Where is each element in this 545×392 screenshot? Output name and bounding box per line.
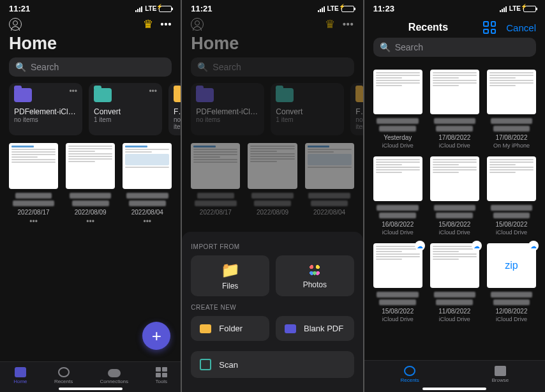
tab-browse[interactable]: Browse bbox=[491, 366, 509, 383]
screen-home-with-sheet: 11:21 LTE ⚡ ♛ ••• Home 🔍 Search PDFeleme… bbox=[182, 0, 362, 392]
file-item[interactable]: 16/08/2022iCloud Drive bbox=[373, 156, 422, 236]
doc-thumbnail bbox=[248, 143, 297, 189]
tab-recents[interactable]: Recents bbox=[54, 367, 73, 384]
more-icon: ••• bbox=[343, 19, 354, 29]
status-time: 11:21 bbox=[9, 4, 30, 13]
network-label: LTE bbox=[509, 5, 521, 12]
status-time: 11:21 bbox=[191, 4, 212, 13]
file-grid: YesterdayiCloud Drive17/08/2022iCloud Dr… bbox=[364, 63, 545, 329]
folder-convert[interactable]: ••• Convert 1 item bbox=[89, 83, 162, 135]
folder-subtitle: no items bbox=[355, 116, 362, 130]
folder-more-icon[interactable]: ••• bbox=[69, 87, 77, 96]
tab-label: Browse bbox=[491, 377, 509, 383]
folder-subtitle: 1 item bbox=[94, 116, 157, 123]
file-title-blurred bbox=[377, 292, 419, 298]
file-item[interactable]: 15/08/2022iCloud Drive bbox=[487, 156, 536, 236]
import-photos-button[interactable]: Photos bbox=[276, 255, 354, 296]
doc-item[interactable]: 2022/08/17 ••• bbox=[9, 143, 58, 226]
file-date: 15/08/2022 bbox=[487, 221, 536, 228]
file-item[interactable]: 17/08/2022On My iPhone bbox=[487, 70, 536, 149]
profile-icon[interactable] bbox=[9, 18, 22, 31]
file-item[interactable]: zip☁12/08/2022iCloud Drive bbox=[487, 243, 536, 322]
file-item[interactable]: YesterdayiCloud Drive bbox=[373, 70, 422, 149]
search-icon: 🔍 bbox=[15, 62, 26, 72]
folder-pdfelement[interactable]: ••• PDFelement-iCloud no items bbox=[9, 83, 82, 135]
signal-icon bbox=[318, 6, 325, 12]
file-date: 15/08/2022 bbox=[373, 308, 422, 315]
scan-button[interactable]: Scan bbox=[191, 351, 354, 378]
file-location: iCloud Drive bbox=[487, 229, 536, 236]
folder-icon bbox=[200, 324, 211, 333]
more-icon[interactable]: ••• bbox=[161, 19, 172, 29]
folder-name: PDFelement-iCloud bbox=[14, 107, 77, 116]
recent-docs: 2022/08/17 ••• 2022/08/09 ••• 2022/08/04… bbox=[0, 135, 181, 226]
file-title-blurred bbox=[377, 118, 419, 124]
import-files-button[interactable]: 📁 Files bbox=[191, 255, 269, 296]
doc-item: 2022/08/17 bbox=[191, 143, 240, 216]
file-title-blurred bbox=[379, 299, 416, 305]
tab-recents[interactable]: Recents bbox=[400, 366, 419, 383]
file-item[interactable]: 17/08/2022iCloud Drive bbox=[430, 70, 479, 149]
folder-icon bbox=[94, 88, 112, 102]
search-input[interactable]: 🔍 Search bbox=[9, 57, 172, 77]
crown-icon[interactable]: ♛ bbox=[143, 17, 153, 31]
file-item[interactable]: 15/08/2022iCloud Drive bbox=[430, 156, 479, 236]
zip-thumbnail: zip bbox=[487, 243, 536, 288]
doc-more-icon[interactable]: ••• bbox=[9, 217, 58, 226]
file-title-blurred bbox=[434, 292, 476, 298]
search-placeholder: Search bbox=[31, 62, 59, 72]
signal-icon bbox=[500, 6, 507, 12]
add-button[interactable]: + bbox=[142, 322, 170, 350]
clock-icon bbox=[404, 366, 415, 376]
doc-date: 2022/08/04 bbox=[305, 209, 354, 216]
tab-home[interactable]: Home bbox=[13, 367, 27, 384]
doc-thumbnail bbox=[430, 156, 479, 201]
battery-icon: ⚡ bbox=[159, 6, 172, 12]
picker-header: Recents Cancel bbox=[364, 15, 545, 38]
doc-date: 2022/08/09 bbox=[66, 209, 115, 216]
search-input: 🔍 Search bbox=[191, 57, 354, 77]
doc-more-icon[interactable]: ••• bbox=[66, 217, 115, 226]
doc-title-blurred bbox=[126, 193, 168, 199]
doc-more-icon[interactable]: ••• bbox=[123, 217, 172, 226]
file-location: iCloud Drive bbox=[373, 142, 422, 149]
doc-title-blurred bbox=[308, 193, 350, 199]
tab-connections[interactable]: Connections bbox=[100, 367, 128, 384]
file-title-blurred bbox=[436, 299, 473, 305]
file-date: 17/08/2022 bbox=[487, 134, 536, 141]
button-label: Scan bbox=[219, 360, 238, 370]
tab-tools[interactable]: Tools bbox=[155, 367, 167, 384]
file-item[interactable]: ☁15/08/2022iCloud Drive bbox=[373, 243, 422, 322]
file-location: iCloud Drive bbox=[430, 142, 479, 149]
screen-file-picker: 11:23 LTE ⚡ Recents Cancel 🔍 Search Yest… bbox=[364, 0, 545, 392]
doc-title-blurred bbox=[72, 200, 109, 206]
doc-item[interactable]: 2022/08/04 ••• bbox=[123, 143, 172, 226]
clock-icon bbox=[58, 367, 70, 377]
doc-thumbnail bbox=[305, 143, 354, 189]
picker-title: Recents bbox=[408, 22, 448, 33]
search-placeholder: Search bbox=[395, 42, 423, 52]
file-item[interactable]: ☁11/08/2022iCloud Drive bbox=[430, 243, 479, 322]
cancel-button[interactable]: Cancel bbox=[506, 22, 536, 33]
folder-subtitle: 1 item bbox=[276, 116, 339, 123]
status-bar: 11:23 LTE ⚡ bbox=[364, 0, 545, 15]
search-input[interactable]: 🔍 Search bbox=[373, 38, 536, 57]
tab-label: Connections bbox=[100, 379, 128, 384]
tab-label: Tools bbox=[155, 379, 167, 384]
create-blank-pdf-button[interactable]: Blank PDF bbox=[276, 316, 354, 341]
grid-view-icon[interactable] bbox=[483, 21, 496, 34]
doc-item: 2022/08/04 bbox=[305, 143, 354, 216]
folders-row: PDFelement-iCloud no items Convert 1 ite… bbox=[182, 83, 362, 135]
scan-icon bbox=[200, 359, 211, 370]
doc-thumbnail bbox=[9, 143, 58, 189]
file-title-blurred bbox=[379, 213, 416, 218]
cloud-badge-icon: ☁ bbox=[472, 241, 482, 251]
doc-item[interactable]: 2022/08/09 ••• bbox=[66, 143, 115, 226]
create-folder-button[interactable]: Folder bbox=[191, 316, 269, 341]
file-date: 11/08/2022 bbox=[430, 308, 479, 315]
file-title-blurred bbox=[377, 205, 419, 211]
folder-favorites[interactable]: Favorit no items bbox=[168, 83, 181, 135]
folder-more-icon[interactable]: ••• bbox=[149, 87, 157, 96]
doc-thumbnail bbox=[430, 70, 479, 114]
folder-pdfelement: PDFelement-iCloud no items bbox=[191, 83, 264, 135]
